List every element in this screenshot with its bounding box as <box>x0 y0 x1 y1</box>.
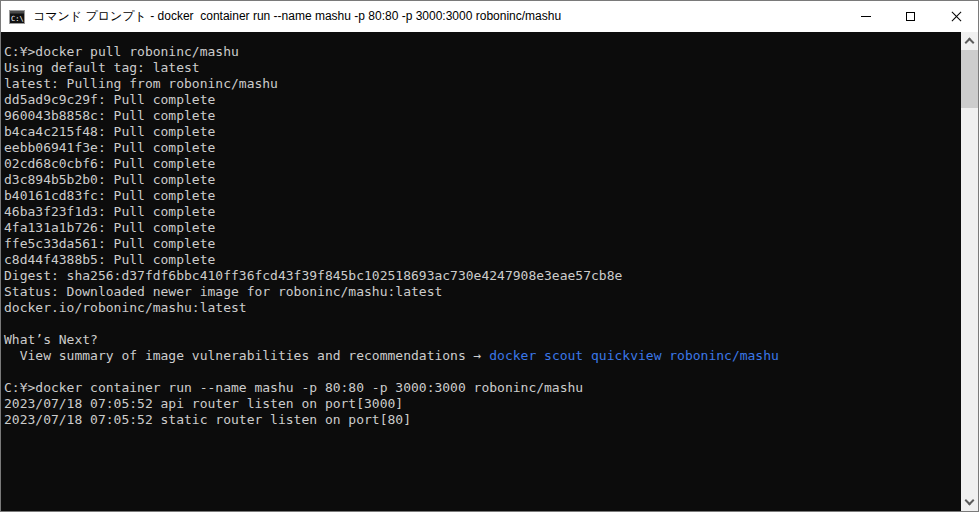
console-line: eebb06941f3e: Pull complete <box>4 140 961 156</box>
console-line: b40161cd83fc: Pull complete <box>4 188 961 204</box>
svg-text:C:\: C:\ <box>11 14 24 22</box>
console-line-digest: Digest: sha256:d37fdf6bbc410ff36fcd43f39… <box>4 268 961 284</box>
console-line: latest: Pulling from roboninc/mashu <box>4 76 961 92</box>
cmd-icon[interactable]: C:\ <box>9 9 25 25</box>
scrollbar[interactable] <box>961 32 978 511</box>
chevron-down-icon <box>965 496 975 506</box>
console-line: d3c894b5b2b0: Pull complete <box>4 172 961 188</box>
window-title: コマンド プロンプト - docker container run --name… <box>33 8 843 25</box>
minimize-icon <box>861 16 871 17</box>
console-line-whats-next: What’s Next? <box>4 332 961 348</box>
scroll-down-button[interactable] <box>961 494 978 511</box>
console-line: 4fa131a1b726: Pull complete <box>4 220 961 236</box>
console-output[interactable]: C:¥>docker pull roboninc/mashu Using def… <box>1 32 961 511</box>
console-line: 02cd68c0cbf6: Pull complete <box>4 156 961 172</box>
terminal-window: C:\ コマンド プロンプト - docker container run --… <box>0 0 979 512</box>
window-controls <box>843 1 978 32</box>
console-line: docker.io/roboninc/mashu:latest <box>4 300 961 316</box>
scrollbar-thumb[interactable] <box>961 50 978 108</box>
scroll-up-button[interactable] <box>961 32 978 49</box>
console-line-blank <box>4 364 961 380</box>
maximize-icon <box>906 12 915 21</box>
titlebar[interactable]: C:\ コマンド プロンプト - docker container run --… <box>1 1 978 32</box>
console-line-log: 2023/07/18 07:05:52 api router listen on… <box>4 396 961 412</box>
console-line: c8d44f4388b5: Pull complete <box>4 252 961 268</box>
chevron-up-icon <box>965 38 975 48</box>
console-line-log: 2023/07/18 07:05:52 static router listen… <box>4 412 961 428</box>
docker-scout-command: docker scout quickview roboninc/mashu <box>489 348 779 363</box>
console-line: Using default tag: latest <box>4 60 961 76</box>
console-line: dd5ad9c9c29f: Pull complete <box>4 92 961 108</box>
console-line: b4ca4c215f48: Pull complete <box>4 124 961 140</box>
console-line-command: C:¥>docker container run --name mashu -p… <box>4 380 961 396</box>
maximize-button[interactable] <box>888 1 933 32</box>
hint-text: View summary of image vulnerabilities an… <box>4 348 489 363</box>
window-body: C:¥>docker pull roboninc/mashu Using def… <box>1 32 978 511</box>
console-line-status: Status: Downloaded newer image for robon… <box>4 284 961 300</box>
console-line-hint: View summary of image vulnerabilities an… <box>4 348 961 364</box>
console-line: ffe5c33da561: Pull complete <box>4 236 961 252</box>
console-line: 960043b8858c: Pull complete <box>4 108 961 124</box>
minimize-button[interactable] <box>843 1 888 32</box>
close-button[interactable] <box>933 1 978 32</box>
console-line: C:¥>docker pull roboninc/mashu <box>4 44 961 60</box>
console-line: 46ba3f23f1d3: Pull complete <box>4 204 961 220</box>
console-line-blank <box>4 316 961 332</box>
scrollbar-track[interactable] <box>961 49 978 494</box>
